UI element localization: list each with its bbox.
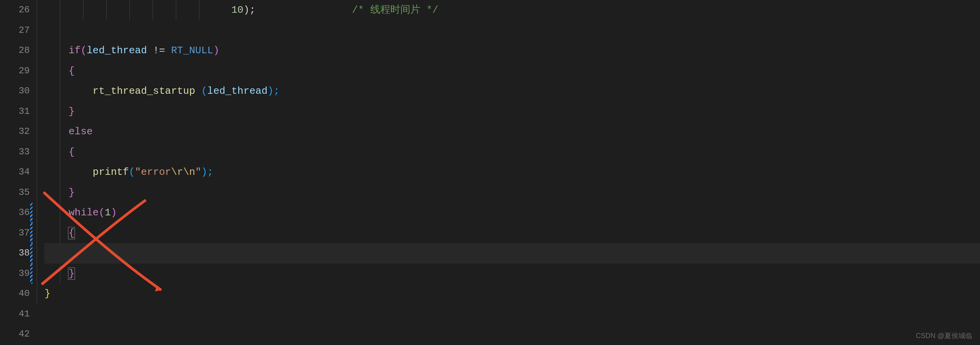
modified-indicator bbox=[30, 264, 32, 284]
line-number: 36 bbox=[0, 203, 30, 223]
code-line[interactable]: rt_thread_startup (led_thread); bbox=[44, 81, 980, 101]
code-line[interactable]: { bbox=[44, 61, 980, 81]
code-line[interactable]: } bbox=[44, 101, 980, 122]
modified-indicator bbox=[30, 243, 32, 264]
line-number: 34 bbox=[0, 162, 30, 183]
line-number: 39 bbox=[0, 264, 30, 284]
code-line[interactable] bbox=[44, 304, 980, 325]
code-line[interactable]: { bbox=[44, 142, 980, 162]
code-line[interactable]: } bbox=[44, 264, 980, 284]
code-line[interactable]: if(led_thread != RT_NULL) bbox=[44, 41, 980, 61]
modified-indicator bbox=[30, 223, 32, 244]
line-number: 27 bbox=[0, 20, 30, 41]
code-line[interactable]: while(1) bbox=[44, 203, 980, 223]
line-number: 31 bbox=[0, 101, 30, 122]
line-number: 28 bbox=[0, 41, 30, 61]
code-line[interactable] bbox=[44, 20, 980, 41]
line-number: 32 bbox=[0, 122, 30, 142]
line-number: 41 bbox=[0, 304, 30, 325]
code-line[interactable]: { bbox=[44, 223, 980, 244]
line-number: 38 bbox=[0, 243, 30, 264]
line-number-gutter: 26 27 28 29 30 31 32 33 34 35 36 37 38 3… bbox=[0, 0, 37, 345]
code-editor[interactable]: 26 27 28 29 30 31 32 33 34 35 36 37 38 3… bbox=[0, 0, 980, 345]
modified-indicator bbox=[30, 203, 32, 223]
line-number: 26 bbox=[0, 0, 30, 20]
line-number: 40 bbox=[0, 284, 30, 304]
code-line[interactable]: 10); /* 线程时间片 */ bbox=[44, 0, 980, 20]
line-number: 30 bbox=[0, 81, 30, 101]
code-line[interactable]: } bbox=[44, 183, 980, 203]
code-line[interactable]: else bbox=[44, 122, 980, 142]
line-number: 37 bbox=[0, 223, 30, 244]
code-line[interactable] bbox=[44, 324, 980, 345]
code-line[interactable]: printf("error\r\n"); bbox=[44, 162, 980, 183]
line-number: 29 bbox=[0, 61, 30, 81]
code-line[interactable]: } bbox=[44, 284, 980, 304]
line-number: 33 bbox=[0, 142, 30, 162]
watermark-text: CSDN @夏侯城临 bbox=[916, 331, 972, 340]
indent-guide bbox=[37, 0, 37, 304]
code-line-active[interactable] bbox=[44, 243, 980, 264]
line-number: 42 bbox=[0, 324, 30, 345]
code-content[interactable]: 10); /* 线程时间片 */ if(led_thread != RT_NUL… bbox=[37, 0, 980, 345]
line-number: 35 bbox=[0, 183, 30, 203]
